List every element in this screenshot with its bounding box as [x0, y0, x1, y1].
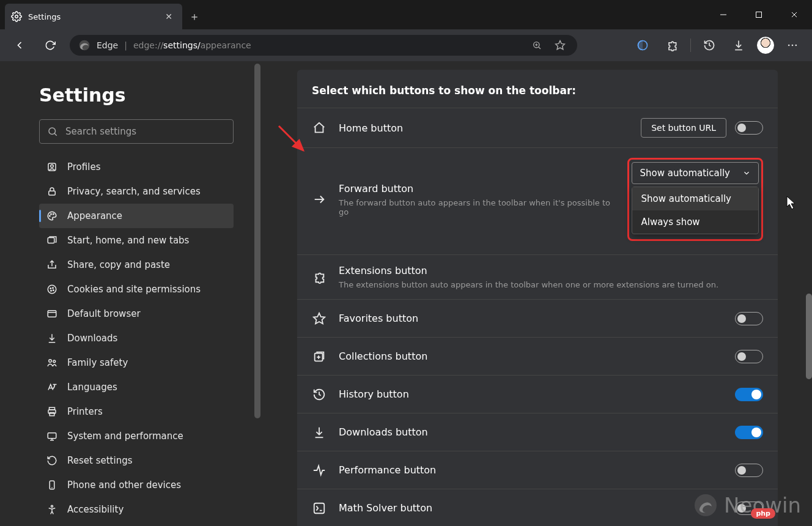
svg-rect-30 — [48, 311, 56, 317]
option-always-show[interactable]: Always show — [632, 210, 758, 234]
math-icon — [312, 502, 327, 515]
forward-button-select[interactable]: Show automatically — [632, 162, 759, 184]
home-toggle[interactable] — [735, 121, 763, 135]
accessibility-icon — [46, 504, 59, 515]
settings-main: Select which buttons to show on the tool… — [263, 61, 812, 526]
collections-toggle[interactable] — [735, 350, 763, 363]
heartbeat-icon — [312, 464, 327, 477]
home-icon — [312, 121, 327, 135]
svg-marker-10 — [556, 41, 565, 50]
nav-downloads[interactable]: Downloads — [39, 326, 234, 350]
svg-point-29 — [53, 290, 54, 291]
performance-toggle[interactable] — [735, 464, 763, 477]
collections-icon — [312, 350, 327, 363]
svg-point-27 — [53, 287, 54, 289]
tabs-icon — [46, 235, 59, 246]
svg-line-9 — [539, 47, 541, 49]
tab-close-button[interactable]: ✕ — [161, 10, 176, 23]
browser-toolbar: Edge | edge://settings/appearance — [0, 29, 812, 61]
language-icon — [46, 382, 59, 393]
page-title: Settings — [39, 84, 234, 106]
svg-point-14 — [792, 45, 794, 46]
nav-system[interactable]: System and performance — [39, 424, 234, 448]
nav-languages[interactable]: Languages — [39, 375, 234, 399]
zoom-icon[interactable] — [528, 40, 545, 50]
svg-point-15 — [795, 45, 797, 46]
nav-profiles[interactable]: Profiles — [39, 155, 234, 179]
svg-point-26 — [50, 288, 51, 289]
row-home-button: Home button Set button URL — [297, 108, 778, 148]
close-window-button[interactable] — [777, 0, 812, 29]
svg-point-28 — [51, 291, 52, 292]
more-menu-icon[interactable] — [781, 34, 803, 56]
svg-point-22 — [51, 213, 52, 215]
svg-point-16 — [49, 128, 56, 135]
downloads-icon[interactable] — [728, 34, 750, 56]
nav-printers[interactable]: Printers — [39, 399, 234, 424]
gear-icon — [11, 11, 22, 22]
palette-icon — [46, 210, 59, 221]
set-button-url-button[interactable]: Set button URL — [641, 118, 726, 138]
family-icon — [46, 357, 59, 368]
favorites-toggle[interactable] — [735, 312, 763, 325]
nav-share[interactable]: Share, copy and paste — [39, 253, 234, 277]
nav-cookies[interactable]: Cookies and site permissions — [39, 277, 234, 302]
nav-reset[interactable]: Reset settings — [39, 448, 234, 473]
page-scrollbar[interactable] — [806, 61, 812, 526]
minimize-button[interactable] — [706, 0, 741, 29]
nav-family[interactable]: Family safety — [39, 350, 234, 375]
address-bar[interactable]: Edge | edge://settings/appearance — [70, 35, 577, 56]
tab-title: Settings — [28, 12, 155, 21]
maximize-button[interactable] — [741, 0, 777, 29]
row-collections-button: Collections button — [297, 338, 778, 376]
lock-icon — [46, 186, 59, 197]
history-toggle[interactable] — [735, 388, 763, 401]
row-favorites-button: Favorites button — [297, 300, 778, 338]
option-show-automatically[interactable]: Show automatically — [632, 187, 758, 210]
nav-privacy[interactable]: Privacy, search, and services — [39, 179, 234, 204]
share-icon — [46, 259, 59, 270]
favorite-star-icon[interactable] — [552, 40, 569, 51]
browser-essentials-icon[interactable] — [632, 34, 654, 56]
new-tab-button[interactable]: ＋ — [182, 4, 207, 29]
edge-icon — [78, 39, 90, 51]
forward-arrow-icon — [312, 193, 327, 206]
sidebar-scrollbar[interactable] — [254, 64, 260, 524]
back-button[interactable] — [9, 34, 31, 56]
browser-icon — [46, 308, 59, 319]
nav-default-browser[interactable]: Default browser — [39, 302, 234, 326]
refresh-button[interactable] — [39, 34, 61, 56]
section-header: Select which buttons to show on the tool… — [297, 70, 778, 108]
nav-phone[interactable]: Phone and other devices — [39, 473, 234, 497]
star-icon — [312, 312, 327, 325]
settings-sidebar: Settings Profiles Privacy, search, and s… — [0, 61, 263, 526]
printer-icon — [46, 406, 59, 417]
nav-start[interactable]: Start, home, and new tabs — [39, 228, 234, 253]
row-history-button: History button — [297, 376, 778, 413]
downloads-toggle[interactable] — [735, 426, 763, 439]
svg-rect-24 — [48, 238, 54, 243]
browser-tab[interactable]: Settings ✕ — [5, 4, 182, 29]
phone-icon — [46, 480, 59, 491]
svg-point-13 — [788, 45, 790, 46]
svg-rect-51 — [314, 503, 325, 513]
php-badge: php — [751, 508, 775, 519]
puzzle-icon — [312, 270, 327, 284]
history-row-icon — [312, 388, 327, 401]
profile-icon — [46, 161, 59, 172]
svg-line-17 — [54, 133, 57, 136]
forward-select-dropdown: Show automatically Always show — [632, 187, 759, 234]
nav-accessibility[interactable]: Accessibility — [39, 497, 234, 522]
row-math-solver-button: Math Solver button — [297, 489, 778, 526]
svg-point-34 — [53, 360, 56, 363]
nav-appearance[interactable]: Appearance — [39, 204, 234, 228]
row-downloads-button: Downloads button — [297, 413, 778, 451]
extensions-icon[interactable] — [661, 34, 683, 56]
download-icon — [46, 333, 59, 344]
search-settings-input[interactable] — [39, 119, 234, 144]
history-icon[interactable] — [698, 34, 720, 56]
svg-point-23 — [53, 213, 54, 215]
profile-avatar[interactable] — [757, 37, 774, 54]
system-icon — [46, 431, 59, 442]
svg-marker-46 — [314, 313, 325, 323]
